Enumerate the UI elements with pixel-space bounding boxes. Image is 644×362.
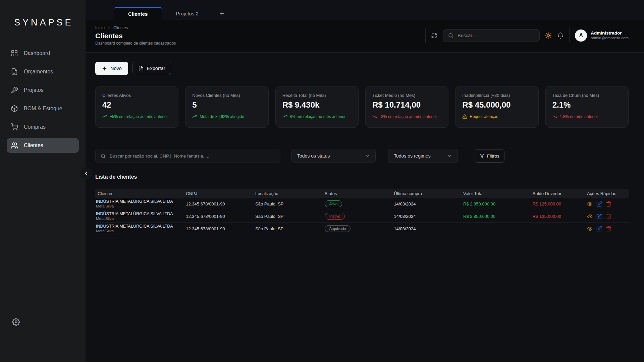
status-badge: Arquivado <box>325 225 351 232</box>
sidebar-item-orcamentos[interactable]: Orçamentos <box>7 64 79 79</box>
filters-button[interactable]: Filtros <box>475 149 504 163</box>
stat-card-taxa-churn: Taxa de Churn (no Mês) 2.1% 1.8% no mês … <box>545 86 629 128</box>
tab-label: Clientes <box>128 11 148 17</box>
page-header: Inicio Clientes Clientes Dashboard compl… <box>86 20 644 53</box>
sidebar-item-bom-estoque[interactable]: BOM & Estoque <box>7 101 79 116</box>
client-name: INDÚSTRIA METALÚRGICA SILVA LTDA <box>96 212 186 217</box>
client-search <box>95 149 280 163</box>
stat-card-receita-total: Receita Total (no Mês) R$ 9.430k 8% em r… <box>275 86 359 128</box>
notifications-button[interactable] <box>557 32 564 39</box>
stat-trend-text: 8% em relação ao mês anterior <box>290 114 346 119</box>
client-cell: INDÚSTRIA METALÚRGICA SILVA LTDA MetalSi… <box>95 199 186 209</box>
sidebar-item-label: BOM & Estoque <box>24 106 62 112</box>
refresh-button[interactable] <box>431 32 438 39</box>
settings-button[interactable] <box>12 318 20 327</box>
delete-button[interactable] <box>606 201 611 207</box>
bell-icon <box>557 32 564 39</box>
total-value: R$ 2.850.000,00 <box>463 201 533 206</box>
stat-trend: +5% em relação ao mês anterior <box>102 114 171 119</box>
toolbar: Novo Exportar <box>95 62 629 75</box>
stat-value: R$ 10.714,00 <box>372 100 441 110</box>
view-button[interactable] <box>587 214 593 219</box>
stat-trend: Requer atenção <box>462 114 531 119</box>
edit-button[interactable] <box>596 201 602 207</box>
chevron-down-icon <box>447 153 452 159</box>
search-icon <box>448 33 454 39</box>
divider <box>425 28 426 43</box>
sidebar-nav: Dashboard Orçamentos Projetos BOM & Esto… <box>0 46 86 153</box>
page-title: Clientes <box>95 32 176 40</box>
filter-bar: Todos os status Todos os regimes Filtros <box>95 149 629 163</box>
stat-label: Inadimplência (+30 dias) <box>462 93 531 98</box>
trash-icon <box>606 201 611 207</box>
stat-label: Clientes Ativos <box>102 93 171 98</box>
column-header-status: Status <box>325 191 394 196</box>
delete-button[interactable] <box>606 226 611 232</box>
refresh-icon <box>431 32 438 39</box>
user-email: admin@empresa.com <box>591 36 629 41</box>
stat-label: Ticket Médio (no Mês) <box>372 93 441 98</box>
quick-actions <box>587 226 629 232</box>
sidebar-collapse-button[interactable] <box>80 167 92 179</box>
edit-button[interactable] <box>596 226 602 232</box>
new-client-button[interactable]: Novo <box>95 62 128 75</box>
user-name: Administrador <box>591 31 629 36</box>
client-cell: INDÚSTRIA METALÚRGICA SILVA LTDA MetalSi… <box>95 224 186 234</box>
user-menu[interactable]: A Administrador admin@empresa.com <box>575 29 629 42</box>
package-icon <box>11 105 18 112</box>
view-button[interactable] <box>587 201 593 207</box>
stat-trend-text: 1.8% no mês anterior <box>560 114 598 119</box>
new-tab-button[interactable] <box>213 7 231 20</box>
edit-button[interactable] <box>596 214 602 219</box>
trash-icon <box>606 214 611 219</box>
tab-clientes[interactable]: Clientes <box>114 7 162 20</box>
table-row[interactable]: INDÚSTRIA METALÚRGICA SILVA LTDA MetalSi… <box>95 223 629 235</box>
edit-icon <box>596 214 602 219</box>
sun-icon <box>545 32 552 39</box>
quick-actions <box>587 201 629 207</box>
table-row[interactable]: INDÚSTRIA METALÚRGICA SILVA LTDA MetalSi… <box>95 198 629 210</box>
global-search-input[interactable] <box>458 33 535 38</box>
client-alias: MetalSilva <box>96 204 186 209</box>
sidebar-item-projetos[interactable]: Projetos <box>7 83 79 98</box>
new-client-label: Novo <box>110 66 122 71</box>
client-alias: MetalSilva <box>96 229 186 234</box>
delete-button[interactable] <box>606 214 611 219</box>
view-button[interactable] <box>587 226 593 232</box>
client-cnpj: 12.345.678/0001-90 <box>186 214 255 219</box>
sidebar-item-dashboard[interactable]: Dashboard <box>7 46 79 61</box>
sidebar-item-label: Projetos <box>24 87 44 93</box>
client-search-input[interactable] <box>110 154 275 159</box>
stat-label: Novos Clientes (no Mês) <box>192 93 261 98</box>
breadcrumb-home[interactable]: Inicio <box>95 25 105 30</box>
theme-toggle-button[interactable] <box>545 32 552 39</box>
total-value: R$ 2.850.000,00 <box>463 214 533 219</box>
divider <box>569 28 570 43</box>
table-row[interactable]: INDÚSTRIA METALÚRGICA SILVA LTDA MetalSi… <box>95 210 629 223</box>
sidebar-item-clientes[interactable]: Clientes <box>7 138 79 153</box>
stat-trend-text: Meta de 8 | 62% atingido <box>200 114 244 119</box>
edit-icon <box>596 226 602 232</box>
column-header-ultima-compra: Última compra <box>394 191 463 196</box>
gear-icon <box>12 318 20 326</box>
tab-label: Projetos 2 <box>176 11 199 16</box>
sidebar-item-compras[interactable]: Compras <box>7 120 79 134</box>
chevron-left-icon <box>83 170 89 176</box>
funnel-icon <box>480 154 484 158</box>
trend-down-icon <box>372 114 377 119</box>
stat-trend-text: -3% em relação ao mês anterior <box>380 114 437 119</box>
eye-icon <box>587 201 593 207</box>
global-search <box>443 29 540 42</box>
tab-projetos-2[interactable]: Projetos 2 <box>162 7 213 20</box>
status-badge: Inativo <box>325 213 345 220</box>
status-filter-select[interactable]: Todos os status <box>291 149 376 163</box>
stat-trend: Meta de 8 | 62% atingido <box>192 114 261 119</box>
chevron-right-icon <box>107 26 111 30</box>
status-cell: Inativo <box>325 213 394 220</box>
regime-filter-select[interactable]: Todos os regimes <box>388 149 458 163</box>
export-button[interactable]: Exportar <box>132 62 171 75</box>
clients-table: Clientes CNPJ Localização Status Última … <box>95 189 629 235</box>
last-purchase: 14/03/2024 <box>394 214 463 219</box>
trend-up-icon <box>102 114 107 119</box>
client-location: São Paulo, SP <box>255 201 325 206</box>
